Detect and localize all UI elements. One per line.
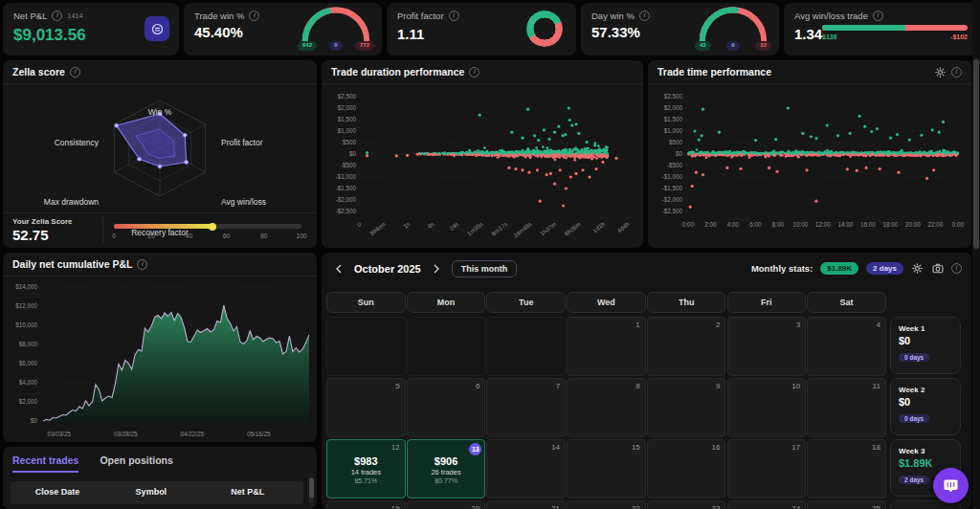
- info-icon[interactable]: [249, 11, 259, 21]
- zella-radar-chart: [3, 83, 317, 213]
- svg-text:1d1h: 1d1h: [591, 220, 607, 233]
- svg-text:$1,000: $1,000: [664, 127, 683, 134]
- calendar-day-cell[interactable]: 21: [486, 500, 566, 509]
- trades-tabs: Recent trades Open positions: [12, 454, 173, 473]
- calendar-nav: October 2025 This month Monthly stats: $…: [322, 253, 971, 284]
- calendar-day-cell[interactable]: 14: [486, 439, 566, 498]
- zella-tick-label: 20: [148, 232, 155, 239]
- cumulative-pnl-title: Daily net cumulative P&L: [12, 258, 132, 270]
- calendar-day-cell[interactable]: 20: [407, 500, 486, 509]
- trade-time-title: Trade time performance: [657, 66, 771, 77]
- net-pnl-value: $9,013.56: [13, 26, 86, 45]
- page-scrollbar[interactable]: [972, 0, 980, 509]
- day-number: 16: [712, 443, 721, 452]
- loss-count-pill: 772: [355, 41, 374, 51]
- tab-recent-trades[interactable]: Recent trades: [12, 454, 78, 473]
- svg-text:24s: 24s: [448, 220, 459, 232]
- info-icon[interactable]: [873, 11, 883, 21]
- calendar-day-cell[interactable]: 4: [807, 317, 886, 376]
- svg-text:14:00: 14:00: [838, 221, 854, 228]
- chevron-right-icon[interactable]: [429, 261, 444, 277]
- calendar-day-cell[interactable]: 18: [807, 439, 886, 498]
- trade-win-label: Trade win %: [194, 11, 244, 21]
- calendar-day-cell[interactable]: 8: [567, 378, 646, 437]
- week-days-pill: 0 days: [899, 353, 929, 362]
- calendar-day-cell[interactable]: 19: [326, 500, 406, 509]
- calendar-day-cell[interactable]: 5: [326, 378, 406, 437]
- calendar-day-cell[interactable]: 22: [567, 500, 646, 509]
- calendar-day-cell[interactable]: 2: [647, 317, 726, 376]
- calendar-day-cell[interactable]: 10: [727, 378, 807, 437]
- journal-button[interactable]: [145, 16, 169, 41]
- calendar-day-cell[interactable]: 3: [727, 317, 807, 376]
- calendar-day-cell[interactable]: 12$98314 trades85.71%: [326, 439, 406, 498]
- chat-launcher-button[interactable]: [933, 468, 969, 503]
- day-win-rate: 80.77%: [408, 477, 485, 484]
- chevron-left-icon[interactable]: [331, 261, 346, 277]
- info-icon[interactable]: [449, 11, 459, 21]
- info-icon[interactable]: [70, 67, 80, 77]
- svg-text:$500: $500: [343, 139, 357, 145]
- calendar-day-cell[interactable]: 9: [647, 378, 726, 437]
- page-scrollbar-thumb[interactable]: [973, 59, 979, 249]
- calendar-day-cell[interactable]: 1: [567, 317, 646, 376]
- svg-text:-$1,500: -$1,500: [336, 185, 357, 191]
- svg-text:$1,000: $1,000: [338, 127, 357, 134]
- calendar-day-cell[interactable]: 6: [407, 378, 486, 437]
- svg-text:$2,500: $2,500: [664, 93, 683, 100]
- svg-text:03/28/25: 03/28/25: [114, 431, 138, 437]
- calendar-day-cell[interactable]: 23: [647, 500, 726, 509]
- calendar-day-cell[interactable]: 7: [486, 378, 566, 437]
- day-trade-count: 26 trades: [408, 468, 485, 476]
- svg-text:394ms: 394ms: [368, 220, 387, 236]
- tab-open-positions[interactable]: Open positions: [100, 454, 172, 473]
- loss-days-pill: 32: [755, 41, 771, 51]
- day-number: 18: [872, 443, 880, 452]
- radar-axis-label: Avg win/loss: [221, 197, 266, 207]
- svg-text:$14,000: $14,000: [15, 283, 37, 290]
- gear-icon[interactable]: [934, 66, 947, 78]
- day-win-card: Day win % 57.33% 43 0 32: [581, 3, 779, 55]
- day-number: 4: [876, 321, 880, 329]
- gear-icon[interactable]: [911, 262, 924, 275]
- trade-win-value: 45.40%: [194, 24, 243, 40]
- svg-text:2:00: 2:00: [704, 221, 717, 228]
- calendar-day-cell[interactable]: 16: [647, 439, 726, 498]
- info-icon[interactable]: [137, 259, 147, 270]
- info-icon[interactable]: [469, 67, 479, 77]
- svg-text:-$500: -$500: [341, 162, 357, 168]
- day-of-week-header: Mon: [407, 292, 486, 313]
- profit-factor-donut: [526, 11, 563, 47]
- calendar-day-cell[interactable]: 11: [807, 378, 886, 437]
- svg-text:05/16/25: 05/16/25: [247, 431, 271, 437]
- svg-text:16:00: 16:00: [860, 221, 876, 228]
- trade-duration-title: Trade duration performance: [331, 66, 464, 77]
- day-number: 12: [391, 443, 400, 452]
- calendar-day-cell[interactable]: 17: [727, 439, 807, 498]
- trades-scrollbar[interactable]: [309, 477, 314, 507]
- calendar-day-cell[interactable]: 25: [807, 500, 886, 509]
- trade-duration-chart: $2,500$2,000$1,500$1,000$500$0-$500-$1,0…: [322, 83, 643, 248]
- svg-text:4d4h: 4d4h: [615, 220, 631, 233]
- week-label: Week 3: [899, 447, 952, 455]
- svg-text:03/03/25: 03/03/25: [47, 431, 71, 437]
- calendar-day-cell[interactable]: 24: [727, 500, 807, 509]
- info-icon[interactable]: [951, 263, 962, 274]
- info-icon[interactable]: [951, 67, 962, 77]
- day-number: 17: [791, 443, 800, 452]
- camera-icon[interactable]: [931, 262, 944, 275]
- info-icon[interactable]: [52, 11, 62, 21]
- day-of-week-header: Fri: [727, 292, 807, 313]
- day-win-gauge: [695, 6, 771, 44]
- info-icon[interactable]: [639, 11, 650, 21]
- svg-text:$8,000: $8,000: [19, 341, 38, 347]
- svg-text:6s: 6s: [426, 220, 435, 230]
- trade-win-card: Trade win % 45.40% 642 0 772: [184, 3, 382, 55]
- day-number: 10: [791, 382, 800, 390]
- avg-win-loss-label: Avg win/loss trade: [794, 11, 868, 21]
- svg-text:0:00: 0:00: [952, 221, 965, 228]
- this-month-button[interactable]: This month: [452, 260, 518, 277]
- day-win-value: 57.33%: [591, 24, 640, 40]
- calendar-day-cell[interactable]: 13$90626 trades80.77%: [407, 439, 486, 498]
- calendar-day-cell[interactable]: 15: [567, 439, 646, 498]
